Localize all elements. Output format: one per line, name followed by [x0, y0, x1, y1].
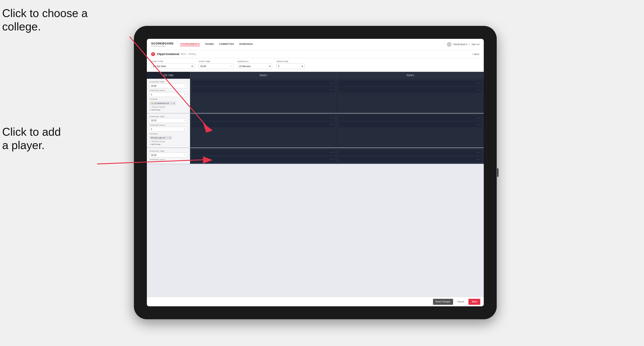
- player-row-2-2[interactable]: ✕ ▾: [339, 87, 482, 93]
- course-icon-1: ⛳: [151, 102, 153, 104]
- nav-committee[interactable]: COMMITTEE: [219, 43, 234, 46]
- player-x-4-2[interactable]: ✕: [477, 124, 478, 126]
- group-team1-cell-2: ✕ ▾ ✕ ▾: [190, 114, 337, 148]
- start-time-group: Start Time 10:00 ⏱: [199, 60, 233, 69]
- remove-group-2[interactable]: ↩ Remove Group: [150, 141, 187, 143]
- chevron-down-icon: ▾: [192, 65, 193, 68]
- main-content: Tee Time Team 1 Team 2 STARTING TIME: 10…: [147, 72, 484, 297]
- player-chevron-1-1[interactable]: ▾: [332, 82, 334, 84]
- player-row-6-2[interactable]: ✕ ▾: [339, 156, 482, 162]
- starting-time-input-1[interactable]: 10:00 ⏱: [150, 83, 187, 88]
- player-x-1-2[interactable]: ✕: [330, 89, 332, 91]
- player-chevron-6-1[interactable]: ▾: [480, 152, 480, 154]
- player-row-5-2[interactable]: ✕ ▾: [192, 156, 335, 162]
- player-chevron-5-1[interactable]: ▾: [332, 152, 334, 154]
- back-link[interactable]: < Back: [472, 53, 480, 55]
- group-size-label: Group Size: [276, 60, 304, 63]
- starting-time-input-2[interactable]: 10:10 ⏱: [150, 118, 187, 123]
- player-x-1-1[interactable]: ✕: [330, 82, 332, 84]
- add-group-2[interactable]: + Add Group: [150, 143, 187, 145]
- course-tag-1[interactable]: ⛳ (A) Peachtree GC ✕ ▾: [150, 102, 176, 105]
- player-row-3-2[interactable]: ✕ ▾: [192, 122, 335, 128]
- group-row-2: STARTING TIME: 10:10 ⏱ STARTING HOLE: 1 …: [147, 114, 484, 148]
- save-button[interactable]: Save: [468, 299, 480, 305]
- player-x-3-1[interactable]: ✕: [330, 117, 332, 119]
- brand-sub: Powered by clippd: [151, 45, 174, 47]
- nav-teams[interactable]: TEAMS: [205, 43, 214, 46]
- group-left-1: STARTING TIME: 10:00 ⏱ STARTING HOLE: 1 …: [147, 79, 190, 113]
- player-row-3-1[interactable]: ✕ ▾: [192, 115, 335, 121]
- tablet-screen: SCOREBOARD Powered by clippd TOURNAMENTS…: [147, 39, 484, 306]
- chevron-down-icon-size: ▾: [302, 65, 303, 68]
- starting-hole-input-1[interactable]: 1 ⇅: [150, 92, 187, 97]
- player-row-4-2[interactable]: ✕ ▾: [339, 122, 482, 128]
- player-chevron-4-1[interactable]: ▾: [480, 117, 480, 119]
- player-row-5-1[interactable]: ✕ ▾: [192, 150, 335, 155]
- course-label-2: COURSE:: [150, 133, 187, 135]
- sign-out-link[interactable]: Sign out: [472, 43, 480, 45]
- player-chevron-1-2[interactable]: ▾: [332, 89, 334, 91]
- th-tee-time: Tee Time: [147, 72, 190, 79]
- player-x-2-1[interactable]: ✕: [477, 82, 478, 84]
- player-chevron-6-2[interactable]: ▾: [480, 158, 480, 160]
- intervals-label: Intervals: [238, 60, 272, 63]
- start-type-group: Start Type 1st Tee Start ▾: [151, 60, 194, 69]
- nav-tournaments[interactable]: TOURNAMENTS: [180, 43, 200, 46]
- group-team1-cell-3: ✕ ▾ ✕ ▾: [190, 148, 337, 164]
- group-size-select[interactable]: 3 ▾: [276, 63, 304, 69]
- reset-changes-button[interactable]: Reset Changes: [433, 299, 453, 305]
- player-chevron-4-2[interactable]: ▾: [480, 124, 480, 126]
- player-chevron-3-1[interactable]: ▾: [332, 117, 334, 119]
- player-row-6-1[interactable]: ✕ ▾: [339, 150, 482, 155]
- player-chevron-3-2[interactable]: ▾: [332, 124, 334, 126]
- player-x-6-2[interactable]: ✕: [477, 158, 478, 160]
- th-team1: Team 1: [190, 72, 337, 79]
- player-row-2-1[interactable]: ✕ ▾: [339, 80, 482, 86]
- gender-tag: (Men): [180, 53, 186, 55]
- annotation-college: Click to choose a college.: [2, 6, 88, 33]
- user-email: blair@clippd.io: [453, 43, 468, 45]
- starting-time-label-1: STARTING TIME:: [150, 81, 187, 83]
- schedule-table: Tee Time Team 1 Team 2 STARTING TIME: 10…: [147, 72, 484, 164]
- starting-time-label-3: STARTING TIME:: [150, 150, 187, 152]
- intervals-group: Intervals 10 Minutes ▾: [238, 60, 272, 69]
- group-team2-cell-2: ✕ ▾ ✕ ▾: [337, 114, 484, 148]
- player-x-5-1[interactable]: ✕: [330, 152, 332, 154]
- start-type-select[interactable]: 1st Tee Start ▾: [151, 63, 194, 69]
- starting-hole-input-2[interactable]: 1 ⇅: [150, 127, 187, 132]
- start-time-label: Start Time: [199, 60, 233, 63]
- clock-icon: ⏱: [230, 65, 232, 67]
- player-row-1-1[interactable]: ✕ ▾: [192, 80, 335, 86]
- group-team1-cell-1: ✕ ▾ ✕ ▾: [190, 79, 337, 113]
- player-x-2-2[interactable]: ✕: [477, 89, 478, 91]
- player-x-5-2[interactable]: ✕: [330, 158, 332, 160]
- player-chevron-2-1[interactable]: ▾: [480, 82, 480, 84]
- player-chevron-2-2[interactable]: ▾: [480, 89, 480, 91]
- brand-name: SCOREBOARD: [151, 42, 174, 45]
- starting-time-input-3[interactable]: 10:20 ⏱: [150, 153, 187, 158]
- settings-bar: Start Type 1st Tee Start ▾ Start Time 10…: [147, 58, 484, 72]
- player-chevron-5-2[interactable]: ▾: [332, 158, 334, 160]
- player-x-6-1[interactable]: ✕: [477, 152, 478, 154]
- start-time-select[interactable]: 10:00 ⏱: [199, 63, 233, 69]
- clock-icon-1: ⏱: [184, 85, 186, 87]
- player-row-4-1[interactable]: ✕ ▾: [339, 115, 482, 121]
- intervals-select[interactable]: 10 Minutes ▾: [238, 63, 272, 69]
- player-x-3-2[interactable]: ✕: [330, 124, 332, 126]
- add-group-1[interactable]: + Add Group: [150, 109, 187, 111]
- player-x-4-1[interactable]: ✕: [477, 117, 478, 119]
- table-header: Tee Time Team 1 Team 2: [147, 72, 484, 79]
- nav-rankings[interactable]: RANKINGS: [239, 43, 253, 46]
- course-tag-2[interactable]: 🗺 East Lake GC ✕ ▾: [150, 136, 172, 140]
- remove-group-1[interactable]: ↩ Remove Group: [150, 106, 187, 108]
- cancel-button[interactable]: Cancel: [455, 299, 467, 305]
- course-remove-1[interactable]: ✕: [171, 102, 172, 104]
- player-row-1-2[interactable]: ✕ ▾: [192, 87, 335, 93]
- start-type-label: Start Type: [151, 60, 194, 63]
- brand: SCOREBOARD Powered by clippd: [151, 42, 174, 47]
- course-remove-2[interactable]: ✕: [167, 137, 169, 139]
- nav-links: TOURNAMENTS TEAMS COMMITTEE RANKINGS: [180, 43, 447, 46]
- starting-hole-label-2: STARTING HOLE:: [150, 124, 187, 126]
- tablet-side-button: [497, 168, 498, 177]
- sub-header: C Clippd Invitational (Men) Hosting < Ba…: [147, 50, 484, 58]
